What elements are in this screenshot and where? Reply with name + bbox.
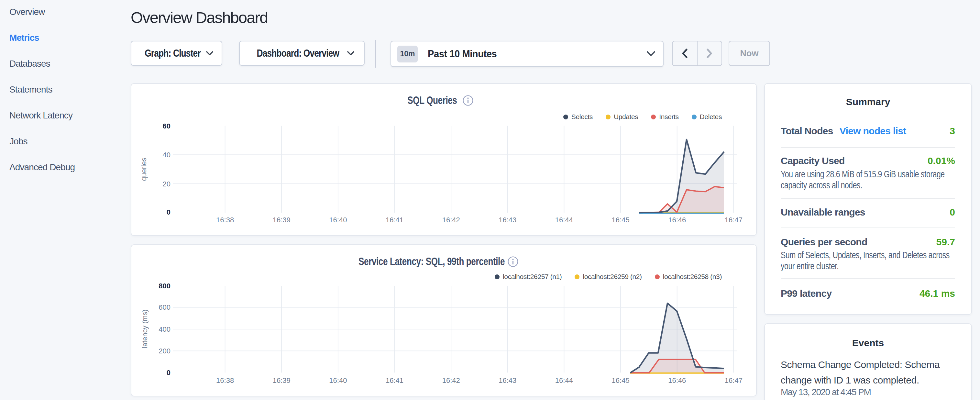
svg-text:0: 0 xyxy=(167,369,170,377)
svg-text:16:42: 16:42 xyxy=(442,376,460,384)
svg-text:16:47: 16:47 xyxy=(725,216,743,224)
svg-text:400: 400 xyxy=(159,325,170,333)
svg-text:16:46: 16:46 xyxy=(668,376,686,384)
svg-text:800: 800 xyxy=(159,282,170,290)
svg-text:600: 600 xyxy=(159,303,170,311)
svg-text:queries: queries xyxy=(140,158,148,181)
svg-text:16:43: 16:43 xyxy=(499,376,516,384)
svg-text:16:47: 16:47 xyxy=(725,376,743,384)
svg-text:16:44: 16:44 xyxy=(555,376,573,384)
svg-text:16:40: 16:40 xyxy=(329,216,347,224)
svg-text:16:46: 16:46 xyxy=(668,216,686,224)
svg-text:0: 0 xyxy=(167,208,170,216)
svg-text:16:38: 16:38 xyxy=(216,376,234,384)
svg-text:16:41: 16:41 xyxy=(386,216,404,224)
svg-text:16:45: 16:45 xyxy=(612,376,630,384)
svg-text:16:39: 16:39 xyxy=(273,376,291,384)
svg-text:20: 20 xyxy=(163,180,170,188)
svg-text:16:43: 16:43 xyxy=(499,216,516,224)
svg-text:16:38: 16:38 xyxy=(216,216,234,224)
svg-text:60: 60 xyxy=(163,122,170,130)
svg-text:16:40: 16:40 xyxy=(329,376,347,384)
svg-text:16:41: 16:41 xyxy=(386,376,404,384)
svg-text:16:45: 16:45 xyxy=(612,216,630,224)
svg-text:16:42: 16:42 xyxy=(442,216,460,224)
svg-text:40: 40 xyxy=(163,151,170,159)
svg-text:latency (ms): latency (ms) xyxy=(141,309,149,348)
svg-text:200: 200 xyxy=(159,347,170,355)
svg-text:16:44: 16:44 xyxy=(555,216,573,224)
svg-text:16:39: 16:39 xyxy=(273,216,291,224)
